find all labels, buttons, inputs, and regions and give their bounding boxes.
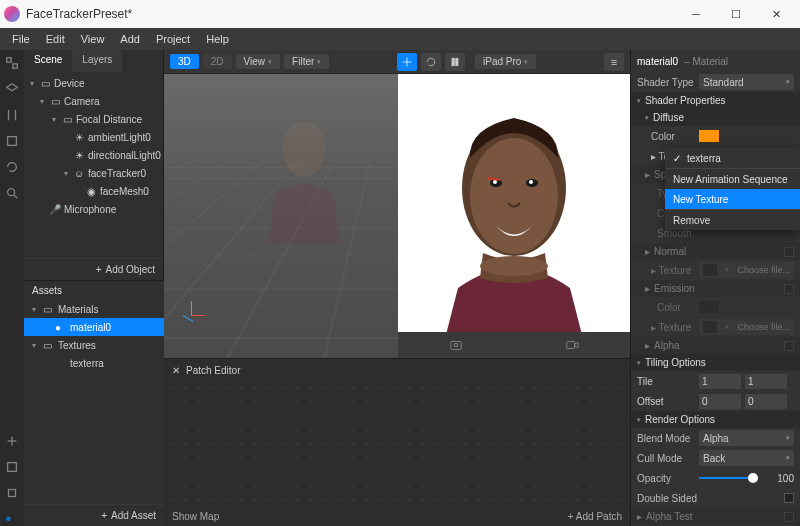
offset-y-input[interactable] xyxy=(745,394,787,409)
move-tool-icon[interactable] xyxy=(397,53,417,71)
close-button[interactable]: ✕ xyxy=(756,0,796,28)
tree-row[interactable]: ▾▭Focal Distance xyxy=(24,110,163,128)
reset-view-icon[interactable] xyxy=(421,53,441,71)
layers-icon[interactable] xyxy=(5,82,19,96)
section-alpha[interactable]: ▸Alpha xyxy=(631,337,800,354)
svg-rect-1 xyxy=(13,64,17,68)
shader-type-dropdown[interactable]: Standard▾ xyxy=(699,74,794,90)
add-asset-button[interactable]: +Add Asset xyxy=(24,504,164,526)
view-dropdown[interactable]: View▾ xyxy=(236,54,281,69)
section-shader-props[interactable]: ▾Shader Properties xyxy=(631,92,800,109)
svg-point-6 xyxy=(8,189,15,196)
cube-icon[interactable] xyxy=(5,134,19,148)
section-normal[interactable]: ▸Normal xyxy=(631,243,800,260)
svg-rect-5 xyxy=(8,137,17,146)
tree-row[interactable]: ◉faceMesh0 xyxy=(24,182,163,200)
maximize-button[interactable]: ☐ xyxy=(716,0,756,28)
close-patch-icon[interactable]: ✕ xyxy=(172,365,180,376)
section-tiling[interactable]: ▾Tiling Options xyxy=(631,354,800,371)
cull-mode-dropdown[interactable]: Back▾ xyxy=(699,450,794,466)
tab-scene[interactable]: Scene xyxy=(24,50,72,72)
menu-add[interactable]: Add xyxy=(112,33,148,45)
tree-row[interactable]: ▾▭Device xyxy=(24,74,163,92)
menu-item-remove[interactable]: Remove xyxy=(665,210,800,230)
inspector-title: material0 xyxy=(637,56,678,67)
refresh-icon[interactable] xyxy=(5,160,19,174)
tree-row[interactable]: ▾▭Camera xyxy=(24,92,163,110)
menu-edit[interactable]: Edit xyxy=(38,33,73,45)
section-emission[interactable]: ▸Emission xyxy=(631,280,800,297)
svg-rect-13 xyxy=(456,58,458,66)
viewport-toolbar: 3D 2D View▾ Filter▾ iPad Pro▾ ≡ xyxy=(164,50,630,74)
window-title: FaceTrackerPreset* xyxy=(26,7,676,21)
tree-row[interactable]: ▾☺faceTracker0 xyxy=(24,164,163,182)
viewport-3d[interactable] xyxy=(164,74,630,358)
patch-canvas[interactable] xyxy=(164,381,630,505)
add-object-button[interactable]: +Add Object xyxy=(24,258,163,280)
test-icon[interactable] xyxy=(5,486,19,500)
section-render[interactable]: ▾Render Options xyxy=(631,411,800,428)
menu-item-new-anim[interactable]: New Animation Sequence xyxy=(665,169,800,189)
diffuse-color-swatch[interactable] xyxy=(699,130,719,142)
search-icon[interactable] xyxy=(5,186,19,200)
svg-line-7 xyxy=(14,195,18,199)
sliders-icon[interactable] xyxy=(5,108,19,122)
blend-mode-dropdown[interactable]: Alpha▾ xyxy=(699,430,794,446)
double-sided-checkbox[interactable] xyxy=(784,493,794,503)
tree-row[interactable]: ☀directionalLight0 xyxy=(24,146,163,164)
device-dropdown[interactable]: iPad Pro▾ xyxy=(475,54,536,69)
inspector-panel: material0– Material Shader Type Standard… xyxy=(630,50,800,526)
asset-row[interactable]: ▾▭Textures xyxy=(24,336,164,354)
svg-rect-11 xyxy=(9,490,16,497)
menu-help[interactable]: Help xyxy=(198,33,237,45)
record-icon[interactable] xyxy=(565,338,579,352)
svg-rect-12 xyxy=(452,58,454,66)
add-icon[interactable] xyxy=(5,434,19,448)
svg-point-22 xyxy=(480,256,548,276)
section-alpha-test[interactable]: ▸Alpha Test xyxy=(631,508,800,525)
show-map-button[interactable]: Show Map xyxy=(172,511,219,522)
menu-view[interactable]: View xyxy=(73,33,113,45)
mode-3d-button[interactable]: 3D xyxy=(170,54,199,69)
mode-2d-button[interactable]: 2D xyxy=(203,54,232,69)
menu-project[interactable]: Project xyxy=(148,33,198,45)
minimize-button[interactable]: ─ xyxy=(676,0,716,28)
tile-x-input[interactable] xyxy=(699,374,741,389)
texture-dropdown-menu: texterra New Animation Sequence New Text… xyxy=(665,148,800,230)
asset-row[interactable]: ▾▭Materials xyxy=(24,300,164,318)
tree-row[interactable]: ☀ambientLight0 xyxy=(24,128,163,146)
opacity-slider[interactable]: 100 xyxy=(699,473,794,484)
export-icon[interactable] xyxy=(5,460,19,474)
svg-point-21 xyxy=(529,180,533,184)
svg-rect-0 xyxy=(7,58,11,62)
tab-layers[interactable]: Layers xyxy=(72,50,122,72)
scene-panel: Scene Layers ▾▭Device▾▭Camera▾▭Focal Dis… xyxy=(24,50,164,280)
titlebar: FaceTrackerPreset* ─ ☐ ✕ xyxy=(0,0,800,28)
svg-point-17 xyxy=(470,138,558,254)
hierarchy-icon[interactable] xyxy=(5,56,19,70)
axes-gizmo-icon xyxy=(176,300,206,330)
viewport-menu-icon[interactable]: ≡ xyxy=(604,53,624,71)
scene-tree: ▾▭Device▾▭Camera▾▭Focal Distance☀ambient… xyxy=(24,72,163,258)
tile-y-input[interactable] xyxy=(745,374,787,389)
add-patch-button[interactable]: + Add Patch xyxy=(568,511,622,522)
app-logo-icon xyxy=(4,6,20,22)
asset-row[interactable]: ●material0 xyxy=(24,318,164,336)
assets-panel: Assets ▾▭Materials●material0▾▭Textureste… xyxy=(24,280,164,526)
tree-row[interactable]: 🎤Microphone xyxy=(24,200,163,218)
svg-rect-10 xyxy=(8,463,17,472)
offset-x-input[interactable] xyxy=(699,394,741,409)
asset-row[interactable]: texterra xyxy=(24,354,164,372)
section-diffuse[interactable]: ▾Diffuse xyxy=(631,109,800,126)
menu-file[interactable]: File xyxy=(4,33,38,45)
menu-item-new-texture[interactable]: New Texture xyxy=(665,189,800,209)
menu-item-texterra[interactable]: texterra xyxy=(665,148,800,168)
svg-point-24 xyxy=(454,343,458,347)
svg-point-20 xyxy=(493,180,497,184)
left-rail: ● xyxy=(0,50,24,526)
notify-icon[interactable]: ● xyxy=(5,512,19,526)
assets-header: Assets xyxy=(24,281,164,300)
pause-icon[interactable] xyxy=(445,53,465,71)
capture-icon[interactable] xyxy=(449,338,463,352)
filter-dropdown[interactable]: Filter▾ xyxy=(284,54,329,69)
